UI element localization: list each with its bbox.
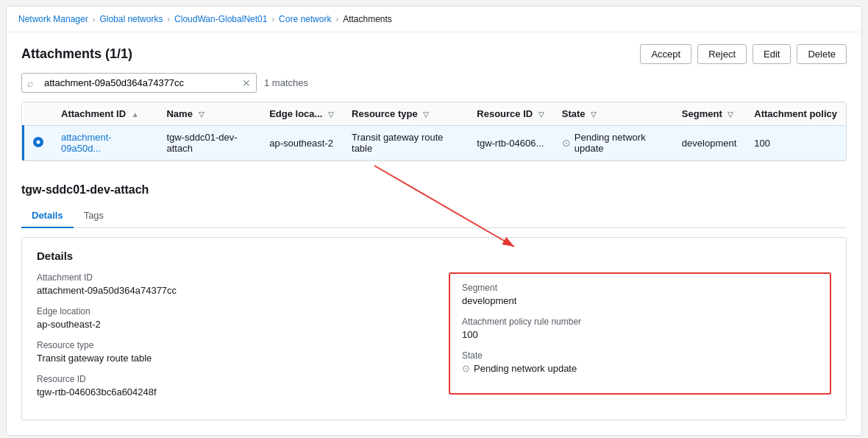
state-text: Pending network update <box>574 132 664 154</box>
attachment-id-link[interactable]: attachment-09a50d... <box>61 132 112 154</box>
field-segment: Segment development <box>462 283 818 306</box>
breadcrumb-sep-3: › <box>271 15 274 24</box>
col-checkbox <box>24 102 53 126</box>
details-grid: Attachment ID attachment-09a50d364a74377… <box>37 272 831 408</box>
top-section: Attachments (1/1) Accept Reject Edit Del… <box>7 32 861 173</box>
col-edge-location[interactable]: Edge loca... ▽ <box>260 102 343 126</box>
breadcrumb-network-manager[interactable]: Network Manager <box>18 14 88 24</box>
breadcrumb-sep-4: › <box>335 15 338 24</box>
table-row[interactable]: attachment-09a50d... tgw-sddc01-dev-atta… <box>24 126 847 160</box>
tab-tags[interactable]: Tags <box>74 204 114 228</box>
row-resource-id: tgw-rtb-04606... <box>468 126 552 160</box>
field-segment-label: Segment <box>462 283 818 293</box>
attachments-table: Attachment ID ▲ Name ▽ Edge loca... ▽ Re… <box>22 102 846 160</box>
breadcrumb-sep-2: › <box>167 15 170 24</box>
breadcrumb-current: Attachments <box>343 14 392 24</box>
edit-button[interactable]: Edit <box>753 44 791 64</box>
sort-icon-attachment-id: ▲ <box>132 110 139 119</box>
field-edge-location-label: Edge location <box>37 306 405 317</box>
breadcrumb-core-network[interactable]: Core network <box>279 14 331 24</box>
search-bar: ⌕ ✕ 1 matches <box>21 73 847 93</box>
field-resource-type-label: Resource type <box>37 340 405 350</box>
details-right: Segment development Attachment policy ru… <box>434 272 831 408</box>
field-resource-id-label: Resource ID <box>37 374 405 384</box>
sort-icon-resource-type: ▽ <box>423 110 429 119</box>
tab-details[interactable]: Details <box>21 204 74 228</box>
action-buttons: Accept Reject Edit Delete <box>640 44 847 64</box>
delete-button[interactable]: Delete <box>797 44 847 64</box>
col-attachment-policy: Attachment policy <box>745 102 846 126</box>
sort-icon-resource-id: ▽ <box>538 110 544 119</box>
col-resource-id[interactable]: Resource ID ▽ <box>468 102 552 126</box>
pending-state-text: Pending network update <box>474 363 577 374</box>
row-attachment-id: attachment-09a50d... <box>52 126 157 160</box>
field-attachment-id: Attachment ID attachment-09a50d364a74377… <box>37 272 405 296</box>
page-wrapper: Network Manager › Global networks › Clou… <box>6 6 862 436</box>
details-card: Details Attachment ID attachment-09a50d3… <box>21 237 847 420</box>
field-attachment-id-value: attachment-09a50d364a74377cc <box>37 285 405 296</box>
detail-tabs: Details Tags <box>21 204 847 228</box>
field-resource-id: Resource ID tgw-rtb-046063bc6a604248f <box>37 374 405 398</box>
row-edge-location: ap-southeast-2 <box>260 126 343 160</box>
search-input[interactable] <box>21 73 257 93</box>
field-attachment-policy-rule-value: 100 <box>462 329 818 340</box>
breadcrumb: Network Manager › Global networks › Clou… <box>7 7 861 32</box>
sort-icon-name: ▽ <box>199 110 204 119</box>
red-box-annotation: Segment development Attachment policy ru… <box>449 272 831 395</box>
attachments-table-wrap: Attachment ID ▲ Name ▽ Edge loca... ▽ Re… <box>21 102 847 161</box>
search-input-wrap: ⌕ ✕ <box>21 73 257 93</box>
search-clear-icon[interactable]: ✕ <box>242 77 251 89</box>
field-state-value: ⊙ Pending network update <box>462 363 818 374</box>
row-name: tgw-sddc01-dev-attach <box>157 126 260 160</box>
details-left: Attachment ID attachment-09a50d364a74377… <box>37 272 434 408</box>
row-state: ⊙ Pending network update <box>553 126 673 160</box>
attachments-header: Attachments (1/1) Accept Reject Edit Del… <box>21 44 847 64</box>
sort-icon-state: ▽ <box>591 110 597 119</box>
sort-icon-edge: ▽ <box>328 110 334 119</box>
radio-selected-icon <box>33 137 43 147</box>
breadcrumb-sep-1: › <box>93 15 96 24</box>
state-pending-icon: ⊙ <box>562 137 571 149</box>
field-edge-location: Edge location ap-southeast-2 <box>37 306 405 330</box>
col-name[interactable]: Name ▽ <box>157 102 260 126</box>
details-card-title: Details <box>37 250 831 262</box>
row-radio <box>24 126 53 160</box>
state-cell: ⊙ Pending network update <box>562 132 664 154</box>
col-segment[interactable]: Segment ▽ <box>673 102 745 126</box>
sort-icon-segment: ▽ <box>728 110 733 119</box>
col-resource-type[interactable]: Resource type ▽ <box>343 102 468 126</box>
field-state-label: State <box>462 350 818 361</box>
search-icon: ⌕ <box>27 77 33 89</box>
field-segment-value: development <box>462 295 818 306</box>
detail-section: tgw-sddc01-dev-attach Details Tags Detai… <box>7 173 861 435</box>
field-edge-location-value: ap-southeast-2 <box>37 319 405 330</box>
field-resource-id-value: tgw-rtb-046063bc6a604248f <box>37 386 405 398</box>
field-attachment-id-label: Attachment ID <box>37 272 405 283</box>
row-attachment-policy: 100 <box>745 126 846 160</box>
col-state[interactable]: State ▽ <box>553 102 673 126</box>
field-state: State ⊙ Pending network update <box>462 350 818 374</box>
attachments-title: Attachments (1/1) <box>21 46 132 62</box>
breadcrumb-global-networks[interactable]: Global networks <box>99 14 163 24</box>
reject-button[interactable]: Reject <box>697 44 747 64</box>
field-resource-type-value: Transit gateway route table <box>37 353 405 364</box>
row-segment: development <box>673 126 745 160</box>
field-resource-type: Resource type Transit gateway route tabl… <box>37 340 405 364</box>
row-resource-type: Transit gateway route table <box>343 126 468 160</box>
matches-text: 1 matches <box>264 77 308 88</box>
accept-button[interactable]: Accept <box>640 44 691 64</box>
col-attachment-id[interactable]: Attachment ID ▲ <box>52 102 157 126</box>
field-attachment-policy-rule-label: Attachment policy rule number <box>462 317 818 327</box>
breadcrumb-cloudwan[interactable]: CloudWan-GlobalNet01 <box>174 14 267 24</box>
pending-state-icon: ⊙ <box>462 363 470 374</box>
table-header-row: Attachment ID ▲ Name ▽ Edge loca... ▽ Re… <box>24 102 847 126</box>
field-attachment-policy-rule: Attachment policy rule number 100 <box>462 317 818 340</box>
detail-panel-title: tgw-sddc01-dev-attach <box>21 173 847 197</box>
